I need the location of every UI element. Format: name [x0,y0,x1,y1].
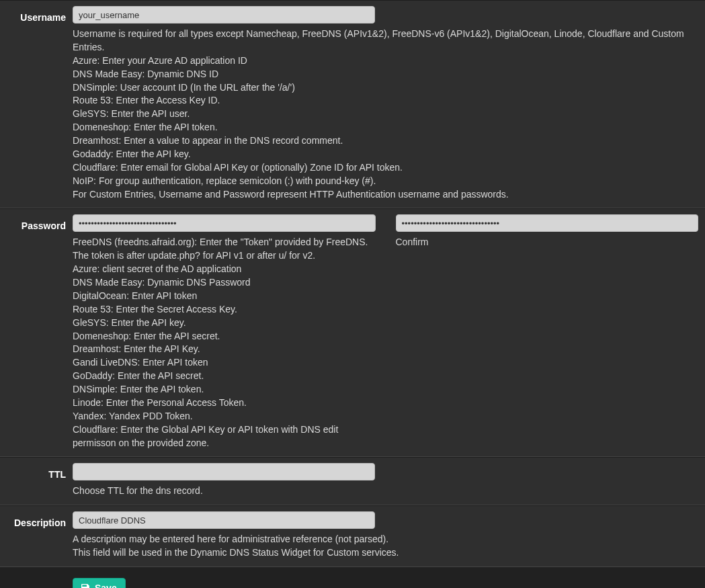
help-line: This field will be used in the Dynamic D… [73,546,698,560]
help-line: Yandex: Yandex PDD Token. [73,410,376,423]
help-line: Cloudflare: Enter the Global API Key or … [73,423,376,450]
help-line: Username is required for all types excep… [73,28,698,54]
help-line: Domeneshop: Enter the API token. [73,121,698,134]
save-button-label: Save [95,583,117,588]
password-input[interactable] [73,214,376,232]
help-line: DNS Made Easy: Dynamic DNS Password [73,276,376,290]
help-line: FreeDNS (freedns.afraid.org): Enter the … [73,236,376,263]
help-line: GleSYS: Enter the API user. [73,108,698,121]
description-section: Description A description may be entered… [0,505,705,567]
help-line: DNS Made Easy: Dynamic DNS ID [73,68,698,81]
help-line: DNSimple: Enter the API token. [73,383,376,396]
password-label: Password [0,214,73,450]
help-line: Linode: Enter the Personal Access Token. [73,396,376,410]
help-line: Cloudflare: Enter email for Global API K… [73,161,698,175]
ttl-label: TTL [0,463,73,498]
help-line: DigitalOcean: Enter API token [73,290,376,303]
help-line: For Custom Entries, Username and Passwor… [73,188,698,202]
description-input[interactable] [73,511,375,529]
help-line: Dreamhost: Enter the API Key. [73,343,376,356]
ttl-input[interactable] [73,463,375,480]
help-line: GoDaddy: Enter the API secret. [73,370,376,383]
help-line: Domeneshop: Enter the API secret. [73,330,376,343]
help-line: Azure: client secret of the AD applicati… [73,263,376,276]
password-confirm-input[interactable] [396,214,699,232]
password-help: FreeDNS (freedns.afraid.org): Enter the … [73,236,376,450]
help-line: Choose TTL for the dns record. [73,485,698,498]
save-icon [80,583,91,588]
help-line: Route 53: Enter the Secret Access Key. [73,303,376,317]
ttl-section: TTL Choose TTL for the dns record. [0,457,705,505]
username-section: Username Username is required for all ty… [0,0,705,208]
help-line: Dreamhost: Enter a value to appear in th… [73,134,698,148]
help-line: Gandi LiveDNS: Enter API token [73,356,376,370]
ttl-help: Choose TTL for the dns record. [73,485,698,498]
description-label: Description [0,511,73,560]
help-line: NoIP: For group authentication, replace … [73,175,698,188]
username-label: Username [0,6,73,201]
password-confirm-label: Confirm [396,236,699,249]
password-section: Password FreeDNS (freedns.afraid.org): E… [0,208,705,457]
help-line: Godaddy: Enter the API key. [73,148,698,161]
help-line: GleSYS: Enter the API key. [73,317,376,330]
help-line: A description may be entered here for ad… [73,533,698,546]
form-footer: Save @51CTO博客 [0,567,705,588]
help-line: Azure: Enter your Azure AD application I… [73,54,698,68]
help-line: DNSimple: User account ID (In the URL af… [73,81,698,95]
username-help: Username is required for all types excep… [73,28,698,201]
help-line: Route 53: Enter the Access Key ID. [73,94,698,108]
description-help: A description may be entered here for ad… [73,533,698,560]
username-input[interactable] [73,6,375,24]
save-button[interactable]: Save [73,578,126,588]
